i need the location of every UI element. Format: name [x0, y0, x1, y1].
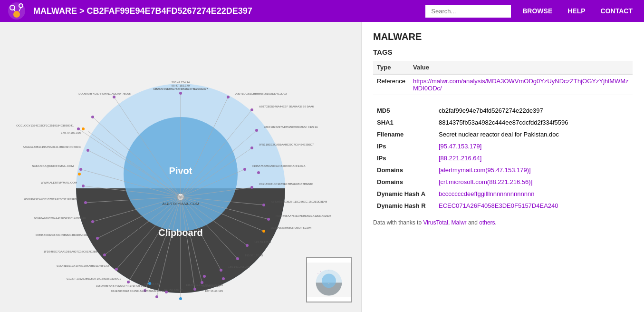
field-label: Dynamic Hash A	[373, 188, 435, 200]
info-row: Dynamic Hash Abcccccccdeeffggilllnnnnnnn…	[373, 188, 633, 200]
svg-text:C021859210C31B5E17B52E08187B8A: C021859210C31B5E17B52E08187B8A8C	[259, 183, 313, 185]
svg-point-117	[320, 271, 321, 272]
col-value: Value	[409, 61, 633, 74]
svg-point-41	[91, 220, 94, 223]
field-value: cb2faf99e94e7b4fd5267274e22de397	[435, 105, 633, 117]
svg-text:95.47.153.179: 95.47.153.179	[172, 84, 190, 87]
svg-point-12	[179, 92, 182, 95]
svg-point-3	[13, 11, 20, 18]
header: MALWARE > CB2FAF99E94E7B4FD5267274E22DE3…	[0, 0, 644, 22]
svg-text:A3971DCB3CBB8B6635D92DD4C2D03: A3971DCB3CBB8B6635D92DD4C2D03	[235, 92, 287, 95]
svg-point-71	[250, 146, 253, 149]
nav-help[interactable]: HELP	[564, 7, 589, 15]
minimap	[306, 257, 352, 302]
svg-point-28	[82, 127, 85, 130]
svg-point-47	[103, 254, 106, 256]
svg-text:OCCLOGY1374C33CF1C2519184038B8: OCCLOGY1374C33CF1C2519184038B8341	[16, 124, 74, 127]
svg-point-53	[127, 281, 130, 283]
svg-text:SAKANIKA@REDIFFMAIL.COM: SAKANIKA@REDIFFMAIL.COM	[32, 165, 74, 167]
field-link[interactable]: [95.47.153.179]	[439, 143, 481, 150]
svg-text:107.16.43.145: 107.16.43.145	[205, 290, 223, 292]
svg-text:FD2F89FAA760E37DBE5EEA12EDA023: FD2F89FAA760E37DBE5EEA12EDA02328	[276, 214, 332, 217]
breadcrumb: MALWARE > CB2FAF99E94E7B4FD5267274E22DE3…	[33, 6, 418, 16]
info-row: Dynamic Hash RECEC071A26F4058E3DE0F5157D…	[373, 200, 633, 212]
svg-text:186.143.242.208: 186.143.242.208	[228, 265, 250, 268]
svg-text:033BA75525DA009A4B2048D4AFFED9: 033BA75525DA009A4B2048D4AFFED9A	[252, 165, 305, 167]
svg-point-81	[262, 204, 265, 206]
svg-point-58	[155, 295, 158, 298]
field-link[interactable]: bcccccccdeeffggilllnnnnnnnnnnnnn	[439, 190, 534, 197]
nav-browse[interactable]: BROWSE	[519, 7, 556, 15]
malwr-link[interactable]: Malwr	[452, 219, 467, 226]
svg-text:016A4D101C4107A1384A8B01E46FCA: 016A4D101C4107A1384A8B01E46FCA5	[57, 264, 109, 267]
svg-text:195.59.126.35: 195.59.126.35	[245, 254, 263, 257]
field-value: [crl.microsoft.com(88.221.216.56)]	[435, 176, 633, 188]
svg-point-20	[91, 116, 94, 118]
info-row: Domains[crl.microsoft.com(88.221.216.56)…	[373, 176, 633, 188]
svg-text:1FD5487E70AA1DB5A007C38C0E4D2B: 1FD5487E70AA1DB5A007C38C0E4D2B8	[44, 250, 98, 253]
reference-link[interactable]: https://malwr.com/analysis/MDA3OWVmODg0Y…	[413, 78, 629, 92]
svg-point-119	[328, 283, 329, 284]
svg-point-110	[165, 291, 168, 293]
field-label: Filename	[373, 128, 435, 140]
info-row: MD5cb2faf99e94e7b4fd5267274e22de397	[373, 105, 633, 117]
svg-point-68	[255, 129, 258, 132]
svg-text:98CF3826237A1B5259594D26AF 012: 98CF3826237A1B5259594D26AF 01271A	[264, 126, 318, 128]
search-input[interactable]	[425, 5, 511, 18]
svg-text:136.59.172.11 80.200.221.19: 136.59.172.11 80.200.221.19	[186, 283, 223, 286]
svg-point-74	[243, 168, 246, 171]
field-label: MD5	[373, 105, 435, 117]
svg-point-93	[236, 257, 239, 260]
virustotal-link[interactable]: VirusTotal	[423, 219, 448, 226]
svg-point-65	[250, 108, 253, 111]
tags-title: TAGS	[373, 48, 633, 56]
svg-text:00093023CA4BB107D2A37B5311E39E: 00093023CA4BB107D2A37B5311E39E3A	[24, 198, 78, 201]
section-title: MALWARE	[373, 31, 633, 42]
svg-point-87	[262, 230, 265, 233]
field-link[interactable]: [crl.microsoft.com(88.221.216.56)]	[439, 178, 532, 185]
svg-text:A64345B5E3625 1DC256EC 1502E0D: A64345B5E3625 1DC256EC 1502E0D3D48	[271, 200, 327, 203]
tags-row-reference: Reference https://malwr.com/analysis/MDA…	[373, 74, 633, 95]
info-row: IPs[95.47.153.179]	[373, 140, 633, 152]
svg-text:A697GB35946A44E3F 9BA04A38B9 9: A697GB35946A44E3F 9BA04A38B9 9AA6	[259, 105, 314, 108]
svg-point-38	[84, 201, 87, 204]
svg-point-90	[246, 244, 249, 247]
col-type: Type	[373, 61, 409, 74]
svg-text:195.59.125.9: 195.59.125.9	[254, 241, 271, 244]
svg-point-22	[77, 127, 80, 130]
field-value: ECEC071A26F4058E3DE0F5157D4EA240	[435, 200, 633, 212]
svg-point-62	[227, 96, 230, 98]
svg-point-109	[148, 282, 151, 285]
svg-text:A6EEALZ881119A75AD121 8BC494FC: A6EEALZ881119A75AD121 8BC494FC50DC	[23, 146, 81, 148]
graph-svg: Pivot Clipboard ALERTMYMAIL.COM CB2FAF99…	[5, 27, 356, 302]
field-link[interactable]: [alertmymail.com(95.47.153.179)]	[439, 166, 531, 174]
tags-table: Type Value Reference https://malwr.com/a…	[373, 61, 633, 95]
svg-point-101	[193, 288, 196, 291]
svg-point-78	[250, 186, 253, 189]
svg-text:01227F19326286C809 1A158926232: 01227F19326286C809 1A15892623289C2	[67, 277, 121, 280]
attribution-text: Data with thanks to VirusTotal, Malwr an…	[373, 219, 633, 226]
graph-area[interactable]: Pivot Clipboard ALERTMYMAIL.COM CB2FAF99…	[0, 22, 361, 312]
svg-point-25	[87, 149, 89, 152]
svg-text:018D485FA4B74222CF4F171FA8FFBA: 018D485FA4B74222CF4F171FA8FFBA	[96, 284, 147, 287]
logo-icon	[8, 2, 26, 20]
svg-point-96	[220, 269, 222, 272]
info-row: SHA18814375fb53a4982c444ee87cdcfdd2f334f…	[373, 117, 633, 128]
field-label: IPs	[373, 152, 435, 164]
svg-text:00695B0022C673CF5B2EC48D28AF20: 00695B0022C673CF5B2EC48D28AF20D0	[36, 234, 91, 236]
field-link[interactable]: ECEC071A26F4058E3DE0F5157D4EA240	[439, 202, 558, 209]
nav-contact[interactable]: CONTACT	[597, 7, 636, 15]
tag-type: Reference	[373, 74, 409, 95]
field-value: 8814375fb53a4982c444ee87cdcfdd2f334f5596	[435, 117, 633, 128]
svg-text:074E60070E8 3F4504AEA2820A2222: 074E60070E8 3F4504AEA2820A2222474	[111, 290, 165, 292]
field-link[interactable]: [88.221.216.64]	[439, 155, 481, 162]
svg-point-118	[318, 273, 318, 274]
svg-point-76	[257, 171, 260, 174]
field-label: Domains	[373, 164, 435, 176]
info-rows-table: MD5cb2faf99e94e7b4fd5267274e22de397SHA18…	[373, 105, 633, 212]
field-label: SHA1	[373, 117, 435, 128]
tag-value: https://malwr.com/analysis/MDA3OWVmODg0Y…	[409, 74, 633, 95]
others-link[interactable]: others	[479, 219, 495, 226]
field-value: [alertmymail.com(95.47.153.179)]	[435, 164, 633, 176]
svg-point-17	[113, 96, 115, 98]
